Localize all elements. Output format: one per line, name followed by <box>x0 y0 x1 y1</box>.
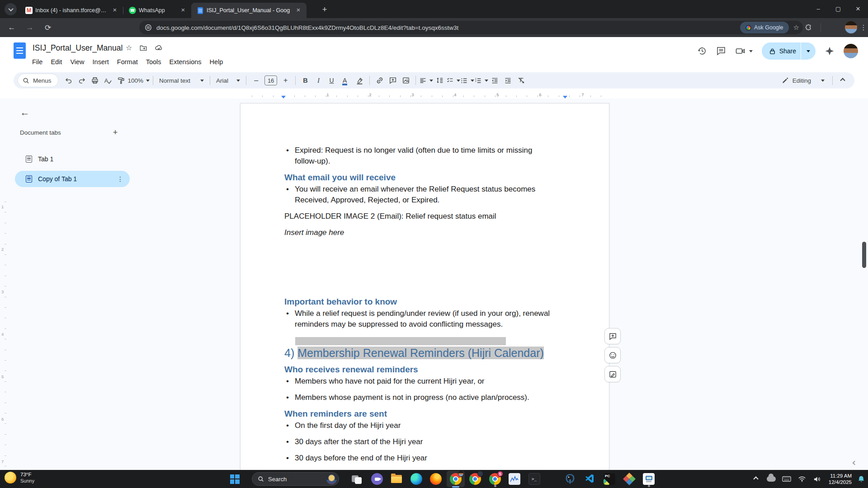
taskbar-chrome-profile-1-icon[interactable] <box>447 471 465 487</box>
new-tab-button[interactable]: + <box>319 4 330 15</box>
align-select[interactable] <box>419 74 433 87</box>
horizontal-ruler[interactable]: 1234567 <box>240 92 609 98</box>
increase-font-size-button[interactable]: + <box>279 74 292 87</box>
taskbar-chrome-profile-2-icon[interactable] <box>466 471 484 487</box>
decrease-font-size-button[interactable]: – <box>250 74 263 87</box>
insert-link-button[interactable] <box>373 74 386 87</box>
back-button[interactable]: ← <box>5 21 18 34</box>
start-button[interactable] <box>226 471 244 487</box>
menu-tools[interactable]: Tools <box>142 57 165 67</box>
wifi-icon[interactable] <box>794 470 810 488</box>
taskbar-search[interactable]: Search <box>252 472 339 486</box>
redo-button[interactable] <box>75 74 89 87</box>
extensions-icon[interactable] <box>802 21 815 34</box>
window-close-button[interactable]: ✕ <box>848 0 868 17</box>
document-tab-item[interactable]: Copy of Tab 1⋮ <box>15 171 130 187</box>
onedrive-icon[interactable] <box>764 470 779 488</box>
docs-file-icon[interactable] <box>14 42 26 59</box>
video-call-button[interactable] <box>735 46 753 56</box>
italic-button[interactable]: I <box>312 74 325 87</box>
taskbar-terminal-icon[interactable]: >_ <box>525 471 543 487</box>
tab-close-icon[interactable]: × <box>179 7 187 14</box>
spellcheck-button[interactable]: A <box>102 74 115 87</box>
browser-tab[interactable]: MInbox (4) - ishann.tforce@gmail× <box>20 3 123 18</box>
comments-icon[interactable] <box>716 46 726 56</box>
menu-file[interactable]: File <box>28 57 47 67</box>
checklist-select[interactable] <box>446 74 460 87</box>
clear-formatting-button[interactable] <box>514 74 528 87</box>
taskbar-taskpro-icon[interactable] <box>640 471 658 487</box>
undo-button[interactable] <box>62 74 75 87</box>
bookmark-star-icon[interactable]: ☆ <box>793 23 799 32</box>
highlight-color-button[interactable] <box>353 74 366 87</box>
touch-keyboard-icon[interactable] <box>779 470 794 488</box>
volume-icon[interactable] <box>810 470 825 488</box>
menu-edit[interactable]: Edit <box>47 57 66 67</box>
taskbar-edge-icon[interactable] <box>407 471 425 487</box>
document-page[interactable]: •Expired: Request is no longer valid (of… <box>240 103 609 470</box>
add-comment-margin-button[interactable] <box>604 328 621 344</box>
close-tabs-panel-button[interactable]: ← <box>18 106 32 119</box>
browser-tab[interactable]: ☎WhatsApp× <box>123 3 191 18</box>
text-color-button[interactable]: A <box>338 74 351 87</box>
font-select[interactable]: Arial <box>213 74 243 87</box>
paragraph-style-select[interactable]: Normal text <box>156 74 207 87</box>
taskbar-libreoffice-icon[interactable] <box>620 471 638 487</box>
site-info-icon[interactable] <box>145 24 152 31</box>
address-bar[interactable]: docs.google.com/document/d/1Q8xj6S6o31Qg… <box>139 21 803 34</box>
underline-button[interactable]: U <box>325 74 338 87</box>
line-spacing-button[interactable] <box>433 74 446 87</box>
bulleted-list-select[interactable] <box>460 74 474 87</box>
tab-close-icon[interactable]: × <box>295 7 302 14</box>
version-history-icon[interactable] <box>697 46 707 56</box>
menus-search-button[interactable]: Menus <box>18 74 58 87</box>
increase-indent-button[interactable] <box>501 74 514 87</box>
document-status-cloud-icon[interactable] <box>155 43 163 52</box>
document-tab-item[interactable]: Tab 1 <box>15 151 130 167</box>
share-button[interactable]: Share <box>762 42 816 60</box>
share-dropdown[interactable] <box>801 50 816 52</box>
taskbar-clock[interactable]: 11:29 AM 12/4/2025 <box>829 473 852 485</box>
zoom-select[interactable]: 100% <box>128 74 150 87</box>
weather-widget[interactable]: 73°F Sunny <box>5 471 34 484</box>
taskbar-vscode-icon[interactable] <box>581 471 599 487</box>
hide-menus-button[interactable] <box>836 74 849 87</box>
tab-search-button[interactable] <box>5 3 17 15</box>
font-size-input[interactable]: 16 <box>264 75 277 85</box>
taskbar-postgresql-icon[interactable] <box>561 471 579 487</box>
taskbar-file-explorer-icon[interactable] <box>387 471 406 487</box>
taskbar-pycharm-icon[interactable]: PC <box>600 471 618 487</box>
bold-button[interactable]: B <box>299 74 312 87</box>
emoji-reaction-button[interactable] <box>604 347 621 363</box>
print-button[interactable] <box>89 74 102 87</box>
menu-format[interactable]: Format <box>113 57 142 67</box>
taskbar-task-manager-icon[interactable] <box>505 471 524 487</box>
taskbar-chrome-profile-3-icon[interactable]: S <box>486 471 504 487</box>
ask-google-button[interactable]: Ask Google <box>740 22 789 33</box>
window-maximize-button[interactable]: ▢ <box>828 0 848 17</box>
vertical-ruler[interactable]: 12345678 <box>0 197 7 488</box>
taskbar-meet-chat-icon[interactable] <box>368 471 386 487</box>
move-to-folder-icon[interactable] <box>139 44 147 52</box>
menu-view[interactable]: View <box>66 57 88 67</box>
tab-options-kebab-icon[interactable]: ⋮ <box>117 175 123 183</box>
star-document-icon[interactable]: ☆ <box>126 43 132 52</box>
editing-mode-select[interactable]: Editing <box>777 77 829 84</box>
add-comment-button[interactable] <box>386 74 399 87</box>
notifications-bell-icon[interactable] <box>854 470 868 488</box>
decrease-indent-button[interactable] <box>488 74 501 87</box>
suggest-edits-button[interactable] <box>604 366 621 382</box>
tray-chevron-up[interactable] <box>748 470 764 488</box>
menu-insert[interactable]: Insert <box>89 57 113 67</box>
vertical-scrollbar[interactable] <box>862 242 866 268</box>
browser-tab[interactable]: ISIJ_Portal_User_Manual - Goog× <box>191 3 307 18</box>
add-document-tab-button[interactable]: + <box>109 127 121 138</box>
window-minimize-button[interactable]: – <box>808 0 828 17</box>
chevron-left-icon[interactable] <box>853 458 856 466</box>
forward-button[interactable]: → <box>24 21 36 34</box>
browser-profile-avatar[interactable] <box>845 21 857 33</box>
menu-extensions[interactable]: Extensions <box>165 57 206 67</box>
menu-help[interactable]: Help <box>206 57 227 67</box>
gemini-sparkle-icon[interactable] <box>825 46 835 56</box>
taskbar-firefox-icon[interactable] <box>427 471 445 487</box>
